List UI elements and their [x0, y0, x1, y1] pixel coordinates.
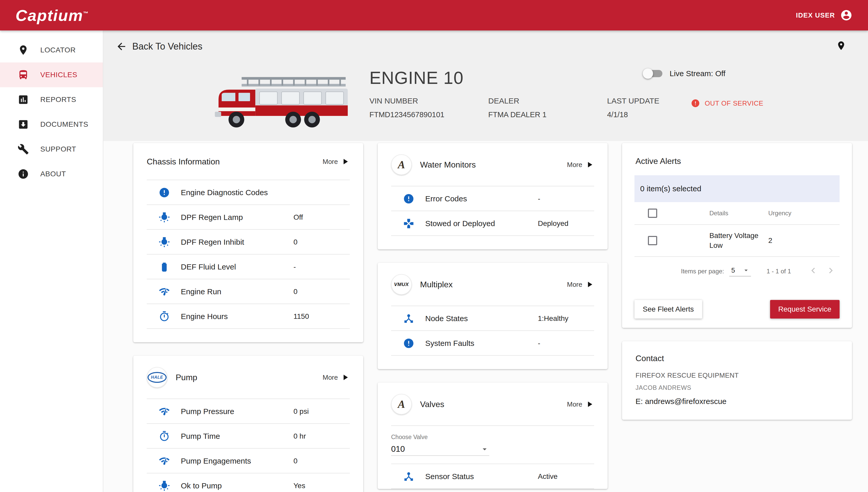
row-label: Pump Pressure — [181, 407, 294, 416]
alert-row-checkbox[interactable] — [648, 236, 657, 245]
field-value: FTMA DEALER 1 — [488, 110, 607, 119]
live-stream-toggle[interactable]: Live Stream: Off — [644, 69, 725, 78]
row-value: 1:Healthy — [538, 314, 568, 323]
sidebar-item-support[interactable]: SUPPORT — [0, 137, 103, 162]
live-stream-label: Live Stream: Off — [670, 69, 725, 78]
row-value: Off — [294, 213, 303, 221]
row-value: 0 hr — [294, 432, 306, 440]
user-menu[interactable]: IDEX USER — [796, 9, 852, 21]
hub-icon — [402, 470, 415, 483]
sidebar-item-documents[interactable]: DOCUMENTS — [0, 112, 103, 137]
page-range-label: 1 - 1 of 1 — [767, 268, 791, 275]
alert-urgency: 2 — [768, 237, 840, 245]
sidebar-item-reports[interactable]: REPORTS — [0, 87, 103, 112]
contact-company: FIREFOX RESCUE EQUIPMENT — [635, 371, 839, 379]
table-row: Node States 1:Healthy — [378, 306, 608, 331]
valves-card: A Valves More Choose Valve 010 — [378, 383, 608, 489]
previous-page-button[interactable] — [804, 265, 822, 278]
chassis-more-button[interactable]: More — [323, 157, 350, 166]
lamp-icon — [158, 211, 170, 224]
user-avatar-icon — [840, 9, 852, 21]
row-value: 0 — [294, 457, 298, 465]
valve-select-block: Choose Valve 010 — [378, 426, 608, 464]
alert-actions: See Fleet Alerts Request Service — [622, 300, 852, 328]
app-header: Captium™ IDEX USER — [0, 0, 868, 30]
row-label: System Faults — [425, 339, 538, 348]
valve-select[interactable]: 010 — [391, 444, 489, 456]
table-row: Engine Hours 1150 — [133, 304, 363, 329]
water-monitors-more-button[interactable]: More — [567, 160, 594, 169]
sidebar-item-label: REPORTS — [40, 96, 76, 104]
locate-vehicle-button[interactable] — [836, 41, 846, 53]
contact-name: JACOB ANDREWS — [635, 384, 839, 391]
chevron-down-icon — [742, 266, 750, 274]
vehicle-photo — [213, 69, 352, 132]
row-label: DPF Regen Inhibit — [181, 238, 294, 247]
row-label: Pump Time — [181, 432, 294, 441]
play-arrow-icon — [341, 157, 350, 166]
table-row: Ok to Pump Yes — [133, 473, 363, 492]
contact-card: Contact FIREFOX RESCUE EQUIPMENT JACOB A… — [622, 341, 852, 420]
request-service-button[interactable]: Request Service — [770, 300, 840, 319]
vehicle-detail-page: Captium™ IDEX USER LOCATOR VEHICLES REPO… — [0, 0, 868, 492]
sidebar-item-locator[interactable]: LOCATOR — [0, 38, 103, 63]
sidebar-item-about[interactable]: ABOUT — [0, 162, 103, 187]
table-row: Pump Engagements 0 — [133, 449, 363, 473]
toggle-track — [644, 70, 662, 77]
hale-logo: HALE — [147, 367, 167, 388]
sidebar-item-label: LOCATOR — [40, 46, 76, 54]
table-row: Sensor Status Active — [378, 464, 608, 489]
map-pin-icon — [18, 44, 29, 56]
water-monitors-card: A Water Monitors More Error Codes - — [378, 143, 608, 249]
row-label: Sensor Status — [425, 472, 538, 481]
lamp-icon — [158, 236, 170, 248]
warning-icon — [691, 99, 700, 108]
timer-icon — [158, 430, 170, 442]
alert-details: Battery Voltage Low — [709, 228, 768, 253]
wrench-icon — [18, 144, 29, 155]
row-label: DPF Regen Lamp — [181, 213, 294, 222]
select-all-checkbox[interactable] — [648, 208, 657, 218]
active-alerts-card: Active Alerts 0 item(s) selected Details… — [622, 143, 852, 328]
see-fleet-alerts-button[interactable]: See Fleet Alerts — [634, 300, 702, 319]
field-label: VIN NUMBER — [370, 97, 488, 105]
row-value: - — [294, 263, 296, 271]
row-value: 0 psi — [294, 407, 309, 416]
card-title: Pump — [176, 373, 197, 382]
row-label: Stowed or Deployed — [425, 219, 538, 228]
sidebar-item-vehicles[interactable]: VEHICLES — [0, 63, 103, 87]
vehicle-summary: ENGINE 10 VIN NUMBER FTMD1234567890101 D… — [103, 63, 868, 141]
water-monitors-brand-logo: A — [391, 154, 412, 175]
row-value: Active — [538, 472, 558, 481]
alert-circle-icon — [402, 337, 415, 349]
multiplex-more-button[interactable]: More — [567, 280, 594, 289]
alert-row[interactable]: Battery Voltage Low 2 — [634, 225, 840, 257]
row-value: - — [538, 195, 540, 203]
out-of-service-badge: OUT OF SERVICE — [691, 99, 764, 108]
row-value: - — [538, 339, 540, 347]
card-title: Contact — [635, 354, 839, 363]
chevron-right-icon — [825, 265, 837, 276]
next-page-button[interactable] — [822, 265, 840, 278]
back-to-vehicles-button[interactable]: Back To Vehicles — [116, 41, 203, 52]
chassis-information-card: Chassis Information More Engine Diagnost… — [133, 143, 363, 342]
row-value: 0 — [294, 238, 298, 246]
back-arrow-icon — [116, 41, 127, 52]
valves-more-button[interactable]: More — [567, 400, 594, 409]
main-region: Back To Vehicles — [103, 30, 868, 492]
bus-icon — [18, 69, 29, 80]
vehicle-title: ENGINE 10 — [370, 68, 659, 88]
play-arrow-icon — [585, 160, 594, 169]
row-value: Yes — [294, 482, 305, 490]
play-arrow-icon — [341, 373, 350, 382]
table-row: Error Codes - — [378, 187, 608, 211]
play-arrow-icon — [585, 400, 594, 409]
alerts-paginator: Items per page: 5 1 - 1 of 1 — [634, 257, 840, 286]
items-per-page-label: Items per page: — [681, 268, 724, 275]
pump-more-button[interactable]: More — [323, 373, 350, 382]
row-label: Engine Run — [181, 287, 294, 296]
table-row: DEF Fluid Level - — [133, 254, 363, 279]
items-per-page-select[interactable]: 5 — [729, 266, 751, 276]
card-title: Active Alerts — [622, 143, 852, 166]
sidebar-nav: LOCATOR VEHICLES REPORTS DOCUMENTS SUPPO… — [0, 30, 103, 492]
